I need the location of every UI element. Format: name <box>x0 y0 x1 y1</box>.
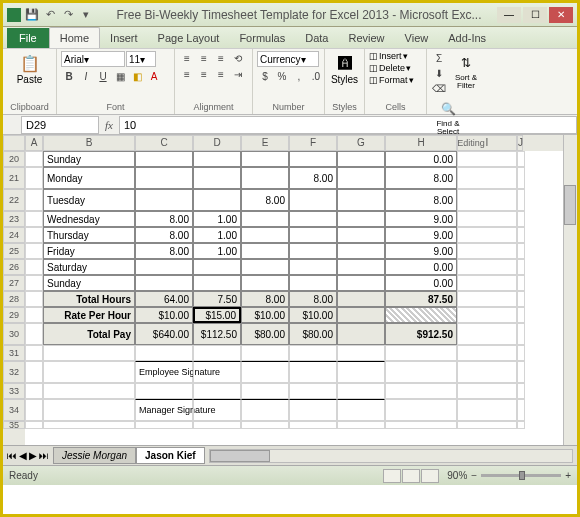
qat-dropdown-icon[interactable]: ▾ <box>79 8 93 22</box>
tab-addins[interactable]: Add-Ins <box>438 28 496 48</box>
page-break-view-icon[interactable] <box>421 469 439 483</box>
name-box[interactable]: D29 <box>21 116 99 134</box>
currency-icon[interactable]: $ <box>257 69 273 83</box>
font-color-button[interactable]: A <box>146 69 162 83</box>
zoom-control: 90% − + <box>447 470 571 481</box>
styles-label: Styles <box>329 102 360 112</box>
align-middle-icon[interactable]: ≡ <box>196 51 212 65</box>
clear-icon[interactable]: ⌫ <box>431 81 447 95</box>
status-ready: Ready <box>9 470 38 481</box>
tab-home[interactable]: Home <box>49 27 100 48</box>
normal-view-icon[interactable] <box>383 469 401 483</box>
font-name-select[interactable]: Arial ▾ <box>61 51 125 67</box>
group-styles: 🅰 Styles Styles <box>325 49 365 114</box>
styles-icon: 🅰 <box>335 53 355 73</box>
status-bar: Ready 90% − + <box>3 465 577 485</box>
hscroll-thumb[interactable] <box>210 450 270 462</box>
tab-insert[interactable]: Insert <box>100 28 148 48</box>
redo-icon[interactable]: ↷ <box>61 8 75 22</box>
vertical-scrollbar[interactable] <box>563 135 577 445</box>
border-button[interactable]: ▦ <box>112 69 128 83</box>
tab-first-icon[interactable]: ⏮ <box>7 450 17 461</box>
group-editing: Σ ⬇ ⌫ ⇅ Sort & Filter 🔍 Find & Select Ed… <box>427 49 515 114</box>
cell-grid[interactable]: Sunday0.00Monday8.008.00Tuesday8.008.00W… <box>25 151 563 445</box>
view-buttons <box>383 469 439 483</box>
bold-button[interactable]: B <box>61 69 77 83</box>
row-headers[interactable]: 20212223242526272829303132333435 <box>3 151 25 445</box>
window-title: Free Bi-Weekly Timesheet Template for Ex… <box>101 8 497 22</box>
group-font: Arial ▾ 11 ▾ B I U ▦ ◧ A Font <box>57 49 175 114</box>
title-bar: 💾 ↶ ↷ ▾ Free Bi-Weekly Timesheet Templat… <box>3 3 577 27</box>
ribbon-tabs: File Home Insert Page Layout Formulas Da… <box>3 27 577 49</box>
ribbon: 📋 Paste Clipboard Arial ▾ 11 ▾ B I U ▦ ◧… <box>3 49 577 115</box>
quick-access-toolbar: 💾 ↶ ↷ ▾ <box>25 8 93 22</box>
align-right-icon[interactable]: ≡ <box>213 67 229 81</box>
align-left-icon[interactable]: ≡ <box>179 67 195 81</box>
tab-page-layout[interactable]: Page Layout <box>148 28 230 48</box>
insert-button[interactable]: ◫ Insert ▾ <box>369 51 408 61</box>
increase-decimal-icon[interactable]: .0 <box>308 69 324 83</box>
tab-next-icon[interactable]: ▶ <box>29 450 37 461</box>
format-button[interactable]: ◫ Format ▾ <box>369 75 414 85</box>
sheet-tab-inactive[interactable]: Jessie Morgan <box>53 447 136 464</box>
fx-icon[interactable]: fx <box>99 119 119 131</box>
sheet-tab-active[interactable]: Jason Kief <box>136 447 205 464</box>
paste-button[interactable]: 📋 Paste <box>7 51 52 87</box>
indent-icon[interactable]: ⇥ <box>230 67 246 81</box>
clipboard-label: Clipboard <box>7 102 52 112</box>
cells-label: Cells <box>369 102 422 112</box>
sort-filter-button[interactable]: ⇅ Sort & Filter <box>449 51 483 92</box>
zoom-out-icon[interactable]: − <box>471 470 477 481</box>
fill-icon[interactable]: ⬇ <box>431 66 447 80</box>
delete-button[interactable]: ◫ Delete ▾ <box>369 63 411 73</box>
minimize-button[interactable]: — <box>497 7 521 23</box>
styles-button[interactable]: 🅰 Styles <box>329 51 360 87</box>
tab-last-icon[interactable]: ⏭ <box>39 450 49 461</box>
find-select-button[interactable]: 🔍 Find & Select <box>431 97 465 138</box>
tab-review[interactable]: Review <box>338 28 394 48</box>
zoom-in-icon[interactable]: + <box>565 470 571 481</box>
group-alignment: ≡ ≡ ≡ ⟲ ≡ ≡ ≡ ⇥ Alignment <box>175 49 253 114</box>
zoom-slider[interactable] <box>481 474 561 477</box>
group-cells: ◫ Insert ▾ ◫ Delete ▾ ◫ Format ▾ Cells <box>365 49 427 114</box>
tab-prev-icon[interactable]: ◀ <box>19 450 27 461</box>
underline-button[interactable]: U <box>95 69 111 83</box>
save-icon[interactable]: 💾 <box>25 8 39 22</box>
italic-button[interactable]: I <box>78 69 94 83</box>
editing-label: Editing <box>431 138 511 148</box>
orientation-icon[interactable]: ⟲ <box>230 51 246 65</box>
scroll-thumb[interactable] <box>564 185 576 225</box>
file-tab[interactable]: File <box>7 28 49 48</box>
tab-formulas[interactable]: Formulas <box>229 28 295 48</box>
fill-color-button[interactable]: ◧ <box>129 69 145 83</box>
font-label: Font <box>61 102 170 112</box>
align-bottom-icon[interactable]: ≡ <box>213 51 229 65</box>
maximize-button[interactable]: ☐ <box>523 7 547 23</box>
autosum-icon[interactable]: Σ <box>431 51 447 65</box>
percent-icon[interactable]: % <box>274 69 290 83</box>
window-buttons: — ☐ ✕ <box>497 7 573 23</box>
alignment-label: Alignment <box>179 102 248 112</box>
sheet-tabs: ⏮ ◀ ▶ ⏭ Jessie Morgan Jason Kief <box>3 445 577 465</box>
worksheet: ABCDEFGHIJ 20212223242526272829303132333… <box>3 135 577 445</box>
tab-view[interactable]: View <box>395 28 439 48</box>
sort-icon: ⇅ <box>456 53 476 73</box>
comma-icon[interactable]: , <box>291 69 307 83</box>
number-label: Number <box>257 102 320 112</box>
group-clipboard: 📋 Paste Clipboard <box>3 49 57 114</box>
page-layout-view-icon[interactable] <box>402 469 420 483</box>
excel-icon <box>7 8 21 22</box>
horizontal-scrollbar[interactable] <box>209 449 573 463</box>
align-top-icon[interactable]: ≡ <box>179 51 195 65</box>
find-icon: 🔍 <box>438 99 458 119</box>
paste-icon: 📋 <box>20 53 40 73</box>
undo-icon[interactable]: ↶ <box>43 8 57 22</box>
zoom-level[interactable]: 90% <box>447 470 467 481</box>
align-center-icon[interactable]: ≡ <box>196 67 212 81</box>
close-button[interactable]: ✕ <box>549 7 573 23</box>
number-format-select[interactable]: Currency ▾ <box>257 51 319 67</box>
font-size-select[interactable]: 11 ▾ <box>126 51 156 67</box>
tab-data[interactable]: Data <box>295 28 338 48</box>
group-number: Currency ▾ $ % , .0 Number <box>253 49 325 114</box>
tab-nav: ⏮ ◀ ▶ ⏭ <box>3 450 53 461</box>
